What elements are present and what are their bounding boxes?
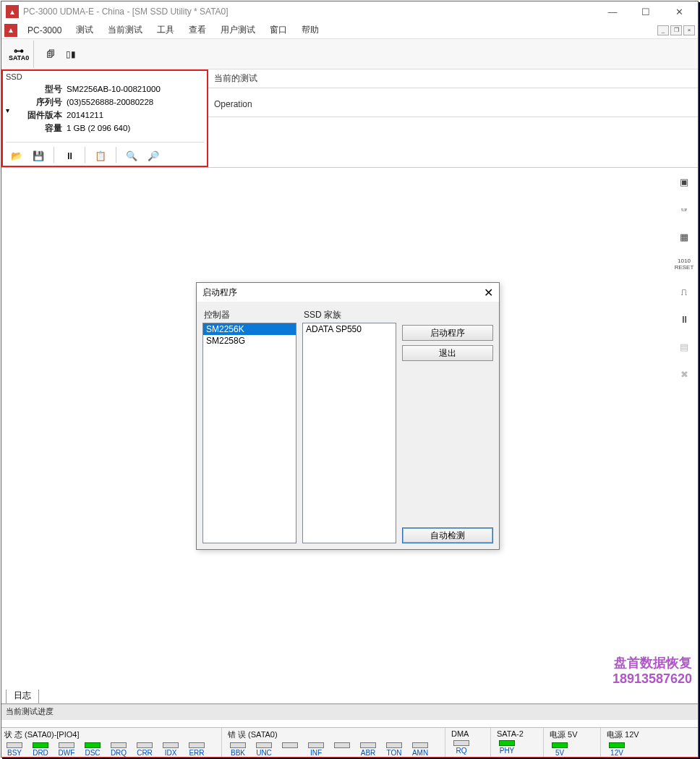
controller-list[interactable]: SM2256K SM2258G [202,323,296,543]
p5v-led: 5V [547,742,597,757]
led-indicator: DSC [80,742,106,757]
port-label: SATA0 [9,54,29,62]
app-icon: ▲ [6,5,19,18]
sata-selector[interactable]: ⊶ SATA0 [9,47,29,62]
status-header: 状 态 (SATA0)-[PIO4] [1,728,218,742]
ssd-action-bar: 📂 💾 ⏸ 📋 🔍 🔎 [6,142,204,164]
pause-icon[interactable]: ⏸ [676,311,692,327]
ssd-info: 型号SM2256AB-10-00821000 序列号(03)5526888-20… [12,81,161,139]
window-buttons: — ☐ ✕ [602,7,693,17]
led-indicator: UNC [251,742,277,757]
log-tab[interactable]: 日志 [6,687,39,703]
minimize-button[interactable]: — [602,7,623,17]
status-group: 状 态 (SATA0)-[PIO4] BSYDRDDWFDSCDRQCRRIDX… [1,728,218,757]
quit-button[interactable]: 退出 [402,345,493,361]
log-tabs: 日志 [1,690,698,704]
ssd-info-panel: SSD ▾ 型号SM2256AB-10-00821000 序列号(03)5526… [1,69,208,167]
structure-icon[interactable]: ▯▮ [61,45,80,64]
sata-group: SATA-2 PHY [494,728,540,755]
led-indicator: 12V [604,742,630,757]
copy-icon[interactable]: 🗐 [41,45,60,64]
close-button[interactable]: ✕ [669,7,689,17]
main-area: ▣ ⎃ ▦ 1010RESET ⎍ ⏸ ▤ ✖ 启动程序 ✕ 控制器 SM225… [1,168,698,690]
led-indicator: AMN [407,742,433,757]
led-indicator: INF [303,742,329,757]
window-title: PC-3000 UDMA-E - China - [SM SSD Utility… [23,7,602,17]
family-column: SSD 家族 ADATA SP550 [302,308,396,543]
led-indicator [329,742,355,757]
errors-header: 错 误 (SATA0) [225,728,442,742]
errors-group: 错 误 (SATA0) BBKUNCINFABRTONAMN [225,728,442,757]
label-model: 型号 [25,82,67,96]
current-test-row: 当前的测试 [208,69,698,88]
led-indicator: PHY [494,739,520,755]
menu-item[interactable]: 用户测试 [215,22,261,38]
list-item[interactable]: SM2256K [203,323,296,335]
titlebar: ▲ PC-3000 UDMA-E - China - [SM SSD Utili… [1,1,698,22]
memory-icon[interactable]: ▦ [676,229,692,245]
p12v-header: 电源 12V [604,728,654,742]
progress-bar-area: 当前测试进度 [1,704,698,720]
sata-led: PHY [494,739,540,755]
mdi-minimize[interactable]: _ [657,25,669,35]
mdi-controls: _ ❐ × [656,25,695,35]
led-indicator: CRR [132,742,158,757]
statusbar: 状 态 (SATA0)-[PIO4] BSYDRDDWFDSCDRQCRRIDX… [1,727,698,757]
watermark-line2: 18913587620 [612,671,692,687]
label-firmware: 固件版本 [25,109,67,122]
open-button[interactable]: 📂 [6,147,27,164]
menu-app[interactable]: PC-3000 [22,24,67,37]
menu-item[interactable]: 测试 [70,22,99,38]
dma-led: RQ [448,739,487,755]
menu-item[interactable]: 当前测试 [102,22,148,38]
chip2-icon[interactable]: ▤ [676,339,692,355]
find-button[interactable]: 🔍 [121,147,142,164]
menu-item[interactable]: 帮助 [296,22,325,38]
chip-icon[interactable]: ▣ [676,174,692,190]
toolbar: ⊶ SATA0 🗐 ▯▮ [1,39,698,69]
dialog-body: 控制器 SM2256K SM2258G SSD 家族 ADATA SP550 启… [197,302,499,549]
menu-item[interactable]: 查看 [183,22,212,38]
led-indicator: BSY [1,742,27,757]
status-columns: 状 态 (SATA0)-[PIO4] BSYDRDDWFDSCDRQCRRIDX… [1,728,698,757]
error-leds: BBKUNCINFABRTONAMN [225,742,442,757]
app-icon-small: ▲ [4,24,17,37]
led-indicator: IDX [158,742,184,757]
label-serial: 序列号 [25,96,67,109]
p5v-group: 电源 5V 5V [547,728,597,757]
list-item[interactable]: ADATA SP550 [303,323,396,335]
family-label: SSD 家族 [302,308,396,323]
menu-item[interactable]: 工具 [151,22,180,38]
save-button[interactable]: 💾 [27,147,49,164]
expand-handle[interactable]: ▾ [6,81,12,139]
operation-row: Operation [208,88,698,117]
tools-icon[interactable]: ✖ [676,366,692,382]
copy-button[interactable]: 📋 [90,147,111,164]
reset-icon[interactable]: 1010RESET [676,256,692,272]
pause-button[interactable]: ⏸ [59,147,80,164]
watermark-line1: 盘首数据恢复 [612,654,692,671]
autodetect-button[interactable]: 自动检测 [402,527,493,543]
family-list[interactable]: ADATA SP550 [302,323,396,543]
mdi-close[interactable]: × [683,25,695,35]
list-item[interactable]: SM2258G [203,335,296,347]
start-button[interactable]: 启动程序 [402,325,493,341]
sata-header: SATA-2 [494,728,540,739]
probe-icon[interactable]: ⎍ [676,284,692,300]
maximize-button[interactable]: ☐ [636,7,656,17]
io-icon[interactable]: ⎃ [676,201,692,217]
progress-label: 当前测试进度 [6,707,54,716]
p12v-group: 电源 12V 12V [604,728,654,757]
dialog-close-button[interactable]: ✕ [484,286,493,300]
find-next-button[interactable]: 🔎 [142,147,164,164]
led-indicator: BBK [225,742,251,757]
value-model: SM2256AB-10-00821000 [67,82,161,96]
ssd-header: SSD [6,72,204,81]
dialog-titlebar: 启动程序 ✕ [197,283,499,302]
led-indicator [277,742,303,757]
led-indicator: DWF [54,742,80,757]
mdi-restore[interactable]: ❐ [670,25,682,35]
port-icon: ⊶ [14,47,24,54]
dma-header: DMA [448,728,487,739]
menu-item[interactable]: 窗口 [264,22,293,38]
